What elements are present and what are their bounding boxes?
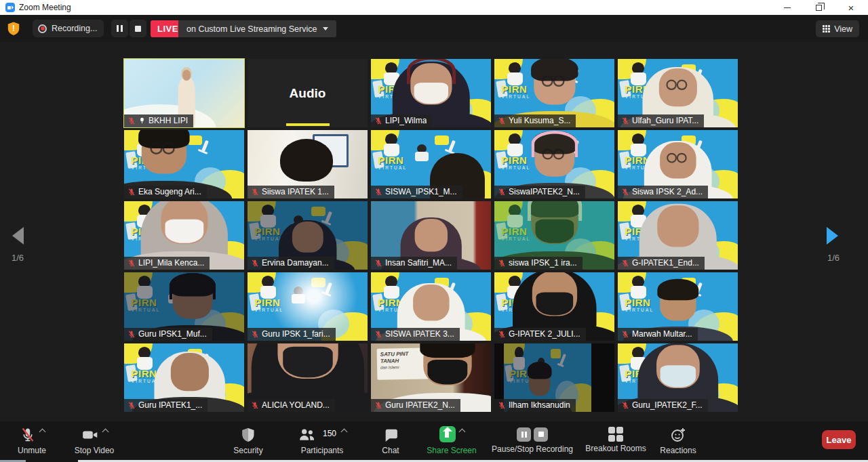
participant-label: ALICIA YOLAND... <box>248 399 335 412</box>
participant-tile[interactable]: PIRNVIRTUALErvina Damayan... <box>248 201 368 270</box>
participant-name: Ilham Ikhsanudin <box>509 400 570 410</box>
participant-label: Eka Sugeng Ari... <box>124 186 207 198</box>
reactions-label: Reactions <box>660 446 696 455</box>
participant-name: Siswa IPSK 2_Ad... <box>632 187 703 196</box>
participant-tile[interactable]: Siiswa IPATEK 1... <box>248 130 368 198</box>
unmute-button[interactable]: Unmute <box>8 426 56 455</box>
reactions-button[interactable]: Reactions <box>654 426 703 455</box>
zoom-app-icon <box>5 3 15 12</box>
muted-mic-icon <box>127 401 136 410</box>
muted-mic-icon <box>498 330 506 339</box>
participant-tile[interactable]: PIRNVIRTUALSISWA_IPSK1_M... <box>371 130 491 198</box>
stop-recording-icon[interactable] <box>534 427 548 442</box>
recording-icon <box>38 24 47 33</box>
participant-tile[interactable]: PIRNVIRTUALGuru IPATEK1_... <box>124 343 244 412</box>
participant-label: Guru_IPATEK2_F... <box>618 399 708 412</box>
participant-name: Siiswa IPATEK 1... <box>262 187 329 196</box>
chat-bubble-icon <box>382 426 399 444</box>
participant-tile[interactable]: PIRNVIRTUALSISWA IPATEK 3... <box>371 272 491 341</box>
participant-label: Ulfah_Guru IPAT... <box>618 114 704 127</box>
participant-tile[interactable]: ALICIA YOLAND... <box>248 343 368 412</box>
pause-recording-icon[interactable] <box>517 427 531 442</box>
muted-mic-icon <box>251 401 259 410</box>
participant-label: G-IPATEK1_End... <box>618 257 705 270</box>
participant-name: siswa IPSK_1 ira... <box>509 258 577 268</box>
leave-button[interactable]: Leave <box>822 430 856 449</box>
participant-tile[interactable]: PIRNVIRTUALGuru IPSK1_Muf... <box>124 272 244 341</box>
participant-name: Guru IPATEK1_... <box>138 400 202 410</box>
participant-tile[interactable]: PIRNVIRTUALG-IPATEK1_End... <box>618 201 738 270</box>
participant-name: BKHH LIPI <box>149 116 188 125</box>
stop-video-button[interactable]: Stop Video <box>64 426 124 455</box>
participant-tile[interactable]: PIRNVIRTUALGuru_IPATEK2_F... <box>618 343 738 412</box>
share-screen-label: Share Screen <box>427 446 476 455</box>
participant-tile[interactable]: PIRNVIRTUALEka Sugeng Ari... <box>124 130 244 198</box>
view-label: View <box>834 24 852 34</box>
unmute-options-chevron[interactable] <box>39 429 45 436</box>
participant-tile[interactable]: PIRNVIRTUALGuru IPSK 1_fari... <box>248 272 368 341</box>
close-button[interactable]: × <box>841 0 861 15</box>
participant-tile[interactable]: Insan Safitri_MA... <box>371 201 491 270</box>
participants-button[interactable]: 150 Participants <box>285 426 359 455</box>
share-screen-button[interactable]: Share Screen <box>415 426 488 455</box>
participant-tile[interactable]: PIRNVIRTUALLIPI_Mila Kenca... <box>124 201 244 270</box>
window-title: Zoom Meeting <box>19 3 71 12</box>
pause-recording-button[interactable] <box>111 20 128 37</box>
window-titlebar: Zoom Meeting × <box>0 0 868 15</box>
participant-tile[interactable]: PIRNVIRTUALYuli Kusuma_S... <box>494 59 614 127</box>
chat-button[interactable]: Chat <box>372 426 410 455</box>
previous-page-arrow[interactable] <box>12 227 24 245</box>
participant-tile[interactable]: Audio <box>248 59 368 127</box>
participant-label: BKHH LIPI <box>124 114 193 127</box>
muted-mic-icon <box>127 188 136 196</box>
breakout-rooms-button[interactable]: Breakout Rooms <box>583 426 648 453</box>
participant-tile[interactable]: PIRNVIRTUALsiswa IPSK_1 ira... <box>494 201 614 270</box>
restore-button[interactable] <box>808 0 829 15</box>
security-warning-icon[interactable]: ! <box>6 20 21 39</box>
participant-label: G-IPATEK 2_JULI... <box>494 328 586 341</box>
participant-name: Audio <box>248 59 368 127</box>
page-indicator-right: 1/6 <box>827 253 840 263</box>
next-page-arrow[interactable] <box>827 227 838 245</box>
participant-tile[interactable]: PIRNVIRTUALIlham Ikhsanudin <box>494 343 614 412</box>
muted-mic-icon <box>621 117 629 125</box>
participant-name: LIPI_Mila Kenca... <box>138 258 204 268</box>
participant-label: LIPI_Wilma <box>371 114 432 127</box>
shield-icon <box>240 426 256 444</box>
participant-tile[interactable]: PIRNVIRTUALLIPI_Wilma <box>371 59 491 127</box>
participant-tile[interactable]: PIRNVIRTUALUlfah_Guru IPAT... <box>618 59 738 127</box>
participant-grid: BKHH LIPIAudioPIRNVIRTUALLIPI_WilmaPIRNV… <box>124 59 738 412</box>
minimize-button[interactable] <box>777 0 797 15</box>
stop-recording-button[interactable] <box>130 20 146 37</box>
muted-mic-icon <box>374 117 382 125</box>
security-button[interactable]: Security <box>221 426 275 455</box>
participant-tile[interactable]: PIRNVIRTUALSiswa IPSK 2_Ad... <box>618 130 738 198</box>
participant-label: SiswaIPATEK2_N... <box>494 186 585 198</box>
participant-label: Ervina Damayan... <box>248 257 334 270</box>
participant-label: Guru IPSK1_Muf... <box>124 328 212 341</box>
share-options-chevron[interactable] <box>458 429 465 436</box>
participant-name: G-IPATEK 2_JULI... <box>509 329 580 339</box>
virtual-background-logo: PIRNVIRTUAL <box>378 155 408 171</box>
participant-label: SISWA_IPSK1_M... <box>371 186 462 198</box>
view-button[interactable]: View <box>816 20 859 37</box>
svg-text:!: ! <box>12 24 15 33</box>
pause-stop-recording-button[interactable]: Pause/Stop Recording <box>483 426 582 454</box>
pin-icon <box>138 117 146 125</box>
participant-tile[interactable]: PIRNVIRTUALMarwah Multar... <box>618 272 738 341</box>
live-stream-selector[interactable]: on Custom Live Streaming Service <box>178 20 336 37</box>
participant-tile[interactable]: PIRNVIRTUALSiswaIPATEK2_N... <box>494 130 614 198</box>
video-options-chevron[interactable] <box>102 429 108 436</box>
participant-tile[interactable]: BKHH LIPI <box>124 59 244 127</box>
participant-name: Insan Safitri_MA... <box>385 258 452 268</box>
participant-label: Guru IPATEK2_N... <box>371 399 460 412</box>
speaking-indicator <box>286 123 330 126</box>
participant-label: SISWA IPATEK 3... <box>371 328 460 341</box>
muted-mic-icon <box>621 259 629 268</box>
muted-mic-icon <box>127 330 136 339</box>
participant-tile[interactable]: PIRNVIRTUALG-IPATEK 2_JULI... <box>494 272 614 341</box>
participants-options-chevron[interactable] <box>341 429 348 436</box>
stream-service-label: on Custom Live Streaming Service <box>186 24 317 34</box>
participant-tile[interactable]: SATU PINTTANAHdan IslamiGuru IPATEK2_N..… <box>371 343 491 412</box>
share-screen-icon <box>439 426 456 442</box>
